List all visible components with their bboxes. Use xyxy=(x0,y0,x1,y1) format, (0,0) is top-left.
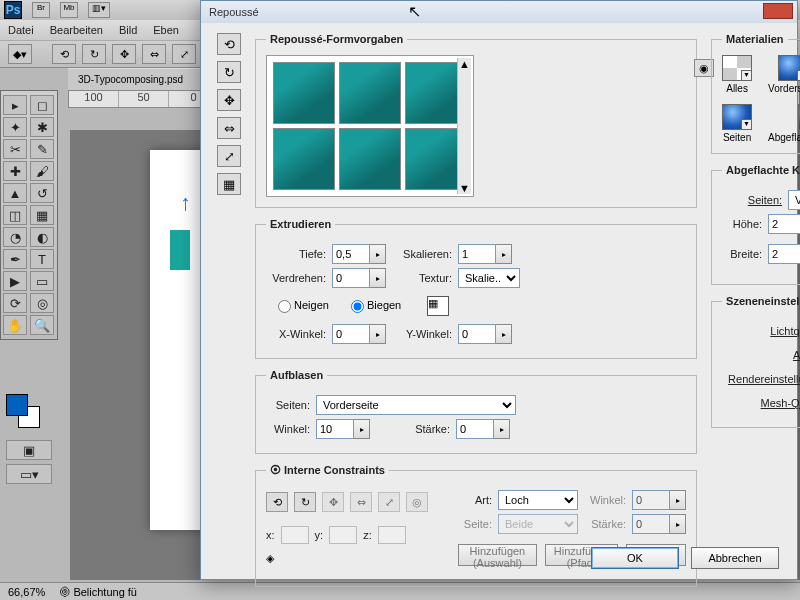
depth-stepper[interactable]: ▸ xyxy=(370,244,386,264)
zoom-tool-icon[interactable]: 🔍 xyxy=(30,315,54,335)
wand-tool-icon[interactable]: ✱ xyxy=(30,117,54,137)
inflate-angle-stepper[interactable]: ▸ xyxy=(354,419,370,439)
constraints-legend: ⦿ Interne Constraints xyxy=(266,464,389,476)
yangle-input[interactable] xyxy=(458,324,496,344)
bevel-height-label: Höhe: xyxy=(722,218,762,230)
material-front-swatch[interactable]: ▼ xyxy=(778,55,800,81)
constraint-y-label: y: xyxy=(315,529,324,541)
type-tool-icon[interactable]: T xyxy=(30,249,54,269)
option-rotate-icon[interactable]: ⟲ xyxy=(52,44,76,64)
lasso-tool-icon[interactable]: ✦ xyxy=(3,117,27,137)
inflate-strength-input[interactable] xyxy=(456,419,494,439)
option-scale-icon[interactable]: ⤢ xyxy=(172,44,196,64)
foreground-color[interactable] xyxy=(6,394,28,416)
screen-mode-icon[interactable]: ▥▾ xyxy=(88,2,110,18)
bend-radio[interactable]: Biegen xyxy=(351,299,401,313)
constraints-collapse-icon[interactable]: ⦿ xyxy=(270,464,281,476)
cancel-button[interactable]: Abbrechen xyxy=(691,547,779,569)
inflate-angle-input[interactable] xyxy=(316,419,354,439)
constraint-tool-2-icon[interactable]: ↻ xyxy=(294,492,316,512)
eraser-tool-icon[interactable]: ◫ xyxy=(3,205,27,225)
menu-image[interactable]: Bild xyxy=(119,24,137,36)
constraint-side-label: Seite: xyxy=(458,518,492,530)
add-selection-button[interactable]: Hinzufügen (Auswahl) xyxy=(458,544,537,566)
constraint-tool-6-icon[interactable]: ◎ xyxy=(406,492,428,512)
mesh-roll-icon[interactable]: ↻ xyxy=(217,61,241,83)
mesh-scale-icon[interactable]: ⤢ xyxy=(217,145,241,167)
constraint-extra-icon[interactable]: ◈ xyxy=(266,552,294,565)
zoom-level[interactable]: 66,67% xyxy=(8,586,45,598)
3d-rotate-icon[interactable]: ⟳ xyxy=(3,293,27,313)
inflate-sides-select[interactable]: Vorderseite xyxy=(316,395,516,415)
marquee-tool-icon[interactable]: ◻ xyxy=(30,95,54,115)
3d-orbit-icon[interactable]: ◎ xyxy=(30,293,54,313)
option-slide-icon[interactable]: ⇔ xyxy=(142,44,166,64)
shape-tool-icon[interactable]: ▭ xyxy=(30,271,54,291)
menu-file[interactable]: Datei xyxy=(8,24,34,36)
mesh-rotate-icon[interactable]: ⟲ xyxy=(217,33,241,55)
path-select-icon[interactable]: ▶ xyxy=(3,271,27,291)
xangle-input[interactable] xyxy=(332,324,370,344)
yangle-stepper[interactable]: ▸ xyxy=(496,324,512,344)
bridge-icon[interactable]: Br xyxy=(32,2,50,18)
xangle-stepper[interactable]: ▸ xyxy=(370,324,386,344)
scale-input[interactable] xyxy=(458,244,496,264)
twist-stepper[interactable]: ▸ xyxy=(370,268,386,288)
crop-tool-icon[interactable]: ✂ xyxy=(3,139,27,159)
hand-tool-icon[interactable]: ✋ xyxy=(3,315,27,335)
close-icon[interactable] xyxy=(763,3,793,19)
constraint-tool-5-icon[interactable]: ⤢ xyxy=(378,492,400,512)
material-sides-swatch[interactable]: ▼ xyxy=(722,104,752,130)
option-pan-icon[interactable]: ✥ xyxy=(112,44,136,64)
blur-tool-icon[interactable]: ◔ xyxy=(3,227,27,247)
bevel-height-input[interactable] xyxy=(768,214,800,234)
texture-select[interactable]: Skalie... xyxy=(458,268,520,288)
tool-preset-icon[interactable]: ◆▾ xyxy=(8,44,32,64)
preset-1[interactable] xyxy=(273,62,335,124)
bevel-sides-select[interactable]: Vorderseite xyxy=(788,190,800,210)
twist-input[interactable] xyxy=(332,268,370,288)
inflate-strength-stepper[interactable]: ▸ xyxy=(494,419,510,439)
eyedropper-tool-icon[interactable]: ✎ xyxy=(30,139,54,159)
document-tab[interactable]: 3D-Typocomposing.psd xyxy=(68,68,208,90)
heal-tool-icon[interactable]: ✚ xyxy=(3,161,27,181)
dialog-titlebar[interactable]: Repoussé xyxy=(201,1,797,23)
bend-origin-icon[interactable]: ▦ xyxy=(427,296,449,316)
depth-input[interactable] xyxy=(332,244,370,264)
ok-button[interactable]: OK xyxy=(591,547,679,569)
scale-stepper[interactable]: ▸ xyxy=(496,244,512,264)
scale-label: Skalieren: xyxy=(392,248,452,260)
history-brush-icon[interactable]: ↺ xyxy=(30,183,54,203)
tools-panel: ▸ ◻ ✦ ✱ ✂ ✎ ✚ 🖌 ▲ ↺ ◫ ▦ ◔ ◐ ✒ T ▶ ▭ ⟳ ◎ … xyxy=(0,90,58,340)
constraint-tool-4-icon[interactable]: ⇔ xyxy=(350,492,372,512)
constraint-tool-1-icon[interactable]: ⟲ xyxy=(266,492,288,512)
pen-tool-icon[interactable]: ✒ xyxy=(3,249,27,269)
menu-edit[interactable]: Bearbeiten xyxy=(50,24,103,36)
screenmode-icon[interactable]: ▭▾ xyxy=(6,464,52,484)
lights-label: Lichtquellen: xyxy=(722,325,800,337)
twist-label: Verdrehen: xyxy=(266,272,326,284)
stamp-tool-icon[interactable]: ▲ xyxy=(3,183,27,203)
move-tool-icon[interactable]: ▸ xyxy=(3,95,27,115)
preset-scrollbar[interactable]: ▲▼ xyxy=(457,58,471,194)
tilt-radio[interactable]: Neigen xyxy=(278,299,329,313)
mesh-home-icon[interactable]: ▦ xyxy=(217,173,241,195)
preset-4[interactable] xyxy=(273,128,335,190)
preset-5[interactable] xyxy=(339,128,401,190)
scene-group: Szeneneinstellungen Lichtquellen:Benutze… xyxy=(711,295,800,428)
preset-2[interactable] xyxy=(339,62,401,124)
mesh-slide-icon[interactable]: ⇔ xyxy=(217,117,241,139)
brush-tool-icon[interactable]: 🖌 xyxy=(30,161,54,181)
material-all-swatch[interactable]: ▼ xyxy=(722,55,752,81)
mesh-pan-icon[interactable]: ✥ xyxy=(217,89,241,111)
gradient-tool-icon[interactable]: ▦ xyxy=(30,205,54,225)
quickmask-icon[interactable]: ▣ xyxy=(6,440,52,460)
dodge-tool-icon[interactable]: ◐ xyxy=(30,227,54,247)
menu-layer[interactable]: Eben xyxy=(153,24,179,36)
constraint-tool-3-icon[interactable]: ✥ xyxy=(322,492,344,512)
constraint-type-select[interactable]: Loch xyxy=(498,490,578,510)
repousse-dialog: Repoussé ⟲ ↻ ✥ ⇔ ⤢ ▦ Repoussé-Formvorgab… xyxy=(200,0,798,580)
option-roll-icon[interactable]: ↻ xyxy=(82,44,106,64)
bevel-width-input[interactable] xyxy=(768,244,800,264)
minibridge-icon[interactable]: Mb xyxy=(60,2,78,18)
